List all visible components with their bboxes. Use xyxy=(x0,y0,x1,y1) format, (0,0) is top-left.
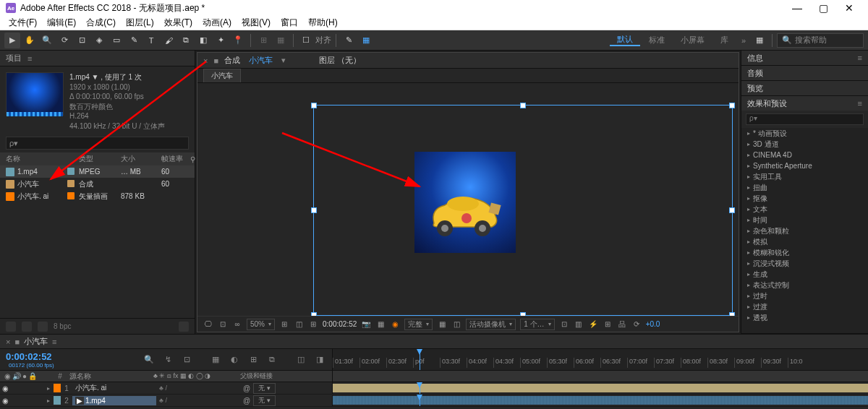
playhead[interactable] xyxy=(420,349,420,370)
menu-view[interactable]: 视图(V) xyxy=(237,16,275,30)
info-panel-title[interactable]: 信息 xyxy=(747,53,763,64)
effect-category[interactable]: 模拟 xyxy=(741,236,868,247)
align-toggle[interactable]: ☐ xyxy=(298,33,314,48)
eye-column-icon[interactable]: ◉ xyxy=(4,372,11,380)
fastpreview-icon[interactable]: ⚡ xyxy=(588,319,598,330)
shy-icon[interactable]: ⊡ xyxy=(180,353,193,366)
channel-icon[interactable]: ◉ xyxy=(390,319,400,330)
parent-dropdown[interactable]: @无 ▾ xyxy=(243,395,330,406)
brush-tool[interactable]: 🖌 xyxy=(161,33,176,48)
rgb-icon[interactable]: ⊡ xyxy=(218,319,228,330)
reset-exposure-icon[interactable]: ⟳ xyxy=(631,319,642,330)
footage-layer[interactable] xyxy=(414,152,516,253)
clone-tool[interactable]: ⧉ xyxy=(178,33,194,48)
mask-tool[interactable]: ✎ xyxy=(341,33,357,48)
menu-composition[interactable]: 合成(C) xyxy=(82,16,120,30)
parent-dropdown[interactable]: @无 ▾ xyxy=(243,383,330,394)
timeline-current-time[interactable]: 0:00:02:52 xyxy=(6,351,54,362)
draft3d-icon[interactable]: ⧉ xyxy=(265,353,278,366)
mask-icon[interactable]: ◫ xyxy=(294,319,304,330)
layer-name[interactable]: 小汽车. ai xyxy=(72,382,156,394)
comp-subtab[interactable]: 小汽车 xyxy=(203,69,241,82)
quality-dropdown[interactable]: 完整 xyxy=(404,319,433,330)
guides-icon[interactable]: ⊡ xyxy=(559,319,569,330)
project-search[interactable]: ρ▾ xyxy=(6,137,189,150)
effects-panel-title[interactable]: 效果和预设 xyxy=(747,98,787,109)
new-folder-icon[interactable] xyxy=(22,322,32,332)
zoom-dropdown[interactable]: 50% xyxy=(247,319,275,330)
vr-icon[interactable]: ∞ xyxy=(232,319,242,330)
puppet-tool[interactable]: 📍 xyxy=(230,33,246,48)
effect-category[interactable]: 表达式控制 xyxy=(741,280,868,290)
frame-blend-icon[interactable]: ▦ xyxy=(209,353,222,366)
menu-file[interactable]: 文件(F) xyxy=(4,16,41,30)
workspace-standard[interactable]: 标准 xyxy=(642,35,672,46)
composition-viewport[interactable] xyxy=(197,83,739,316)
workspace-menu[interactable]: ▦ xyxy=(752,33,767,48)
maximize-button[interactable]: ▢ xyxy=(810,2,836,14)
zoom-tool[interactable]: 🔍 xyxy=(39,33,55,48)
hand-tool[interactable]: ✋ xyxy=(22,33,38,48)
motion-blur-icon[interactable]: ◐ xyxy=(228,353,241,366)
project-row[interactable]: 小汽车 合成60 xyxy=(0,178,195,190)
selection-tool[interactable]: ▶ xyxy=(4,33,20,48)
exposure-value[interactable]: +0.0 xyxy=(646,320,660,328)
effect-category[interactable]: 时间 xyxy=(741,215,868,225)
flowchart-icon[interactable]: 品 xyxy=(617,319,627,330)
roi-icon[interactable]: ◫ xyxy=(451,319,461,330)
show-snapshot-icon[interactable]: ▦ xyxy=(375,319,386,330)
visibility-toggle[interactable]: ◉ xyxy=(0,384,10,392)
delete-icon[interactable] xyxy=(179,322,189,332)
workspace-default[interactable]: 默认 xyxy=(610,34,640,46)
camera-tool[interactable]: ⊡ xyxy=(74,33,90,48)
comp-marker-icon[interactable]: ↯ xyxy=(161,353,174,366)
workspace-library[interactable]: 库 xyxy=(713,35,736,46)
workspace-small[interactable]: 小屏幕 xyxy=(673,35,712,46)
timeline-tab-close[interactable]: × xyxy=(6,337,10,346)
bpc-label[interactable]: 8 bpc xyxy=(54,322,71,330)
layer-switches[interactable]: ♣ / xyxy=(156,384,243,392)
effect-category[interactable]: 文本 xyxy=(741,204,868,215)
effect-category[interactable]: 扭曲 xyxy=(741,182,868,193)
effect-category[interactable]: 杂色和颗粒 xyxy=(741,225,868,236)
monitor-icon[interactable]: 🖵 xyxy=(203,319,213,330)
help-search[interactable]: 🔍搜索帮助 xyxy=(777,33,864,48)
layer-bounding-box[interactable] xyxy=(313,105,733,316)
project-row[interactable]: 小汽车. ai 矢量插画878 KB xyxy=(0,190,195,202)
menu-window[interactable]: 窗口 xyxy=(276,16,302,30)
grid-icon[interactable]: ⊞ xyxy=(308,319,318,330)
effect-category[interactable]: 模糊和锐化 xyxy=(741,247,868,258)
comp-tab-active[interactable]: 小汽车 xyxy=(249,55,273,66)
effect-category[interactable]: * 动画预设 xyxy=(741,128,868,139)
resize-handle[interactable] xyxy=(520,312,526,316)
resize-handle[interactable] xyxy=(311,103,317,108)
render-icon[interactable]: ◫ xyxy=(294,353,307,366)
effect-category[interactable]: 抠像 xyxy=(741,193,868,204)
source-name-header[interactable]: 源名称 xyxy=(67,371,153,382)
orbit-tool[interactable]: ⟳ xyxy=(56,33,72,48)
grid-tool[interactable]: ▦ xyxy=(358,33,374,48)
snap-toggle[interactable]: ⊞ xyxy=(255,33,271,48)
minimize-button[interactable]: — xyxy=(784,2,810,14)
eraser-tool[interactable]: ◧ xyxy=(195,33,211,48)
menu-edit[interactable]: 编辑(E) xyxy=(43,16,80,30)
resize-handle[interactable] xyxy=(729,312,735,316)
snapshot-icon[interactable]: 📷 xyxy=(361,319,371,330)
ruler-icon[interactable]: ▥ xyxy=(574,319,584,330)
effect-category[interactable]: 生成 xyxy=(741,269,868,280)
effect-category[interactable]: 透视 xyxy=(741,312,868,323)
effects-search[interactable]: ρ▾ xyxy=(746,113,864,125)
menu-help[interactable]: 帮助(H) xyxy=(304,16,342,30)
panel-menu-icon[interactable]: ≡ xyxy=(858,99,862,108)
pen-tool[interactable]: ✎ xyxy=(126,33,142,48)
camera-dropdown[interactable]: 活动摄像机 xyxy=(466,319,516,330)
close-button[interactable]: ✕ xyxy=(836,2,862,14)
resize-handle[interactable] xyxy=(311,207,317,213)
panel-menu-icon[interactable]: ≡ xyxy=(27,54,32,63)
search-icon[interactable]: 🔍 xyxy=(142,353,156,366)
comp-timecode[interactable]: 0:00:02:52 xyxy=(323,320,357,328)
resize-handle[interactable] xyxy=(311,312,317,316)
menu-layer[interactable]: 图层(L) xyxy=(122,16,158,30)
graph-editor-icon[interactable]: ⊞ xyxy=(247,353,260,366)
aa-icon[interactable]: ◨ xyxy=(313,353,326,366)
